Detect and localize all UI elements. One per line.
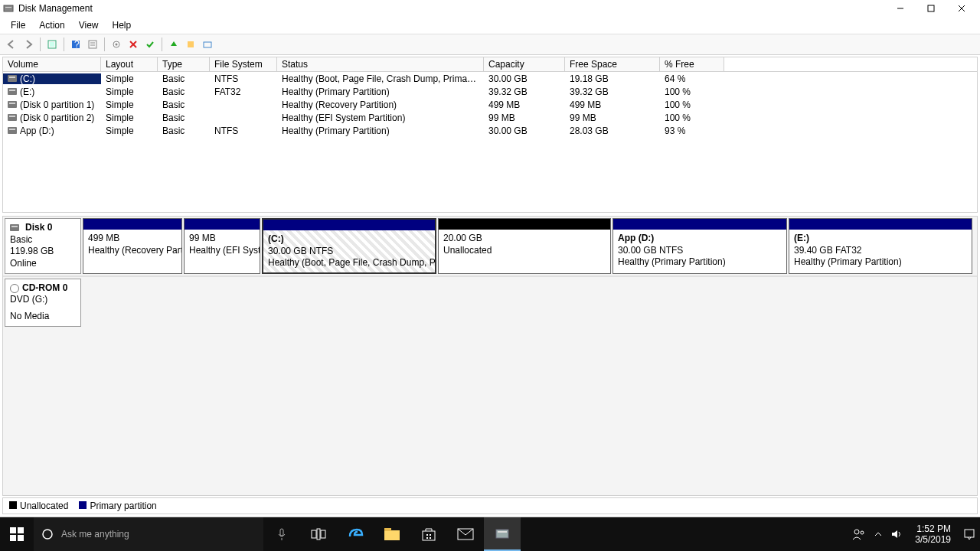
volume-row[interactable]: (C:)SimpleBasicNTFSHealthy (Boot, Page F… xyxy=(3,72,977,85)
svg-rect-19 xyxy=(10,527,16,533)
diskmgmt-taskbar-icon[interactable] xyxy=(484,517,521,551)
cdrom-icon xyxy=(10,284,19,293)
svg-rect-27 xyxy=(321,530,325,538)
col-status[interactable]: Status xyxy=(277,57,484,71)
taskview-icon[interactable] xyxy=(300,517,337,551)
col-type[interactable]: Type xyxy=(158,57,210,71)
svg-rect-3 xyxy=(928,5,934,11)
svg-rect-35 xyxy=(430,537,431,539)
mic-icon[interactable] xyxy=(263,517,300,551)
svg-rect-32 xyxy=(426,534,428,536)
svg-rect-10 xyxy=(89,41,96,48)
disk-graphical-view: Disk 0 Basic 119.98 GB Online 499 MBHeal… xyxy=(2,216,978,496)
partition-block[interactable]: (C:)30.00 GB NTFSHealthy (Boot, Page Fil… xyxy=(262,218,436,274)
window-title: Disk Management xyxy=(18,3,885,14)
svg-point-40 xyxy=(861,531,864,534)
close-button[interactable] xyxy=(946,0,977,17)
col-layout[interactable]: Layout xyxy=(101,57,158,71)
edge-icon[interactable] xyxy=(337,517,374,551)
maximize-button[interactable] xyxy=(916,0,946,17)
search-placeholder: Ask me anything xyxy=(61,529,129,540)
svg-rect-38 xyxy=(498,531,507,533)
svg-point-39 xyxy=(854,530,859,534)
svg-rect-1 xyxy=(5,7,11,8)
svg-point-23 xyxy=(43,530,52,539)
toolbar: ? xyxy=(0,34,980,55)
clock[interactable]: 1:52 PM 3/5/2019 xyxy=(910,523,956,546)
svg-rect-0 xyxy=(4,5,13,11)
action1-icon[interactable] xyxy=(183,37,198,52)
people-icon[interactable] xyxy=(852,527,866,541)
cortana-icon xyxy=(41,528,54,540)
forward-button[interactable] xyxy=(21,37,36,52)
partition-block[interactable]: 20.00 GBUnallocated xyxy=(438,218,611,274)
explorer-icon[interactable] xyxy=(374,517,410,551)
settings-icon[interactable] xyxy=(109,37,124,52)
col-capacity[interactable]: Capacity xyxy=(484,57,565,71)
up-arrow-icon[interactable] xyxy=(166,37,181,52)
legend: Unallocated Primary partition xyxy=(2,497,978,514)
volume-row[interactable]: (Disk 0 partition 2)SimpleBasicHealthy (… xyxy=(3,111,977,124)
svg-rect-20 xyxy=(18,527,24,533)
menu-action[interactable]: Action xyxy=(33,18,70,32)
partition-block[interactable]: 99 MBHealthy (EFI Syst xyxy=(184,218,260,274)
svg-rect-31 xyxy=(423,531,435,540)
svg-rect-24 xyxy=(280,529,283,536)
search-box[interactable]: Ask me anything xyxy=(34,517,263,551)
svg-rect-30 xyxy=(384,528,391,531)
svg-rect-33 xyxy=(430,534,431,536)
disk0-label[interactable]: Disk 0 Basic 119.98 GB Online xyxy=(5,218,81,274)
check-icon[interactable] xyxy=(142,37,158,52)
volume-icon[interactable] xyxy=(890,528,903,540)
mail-icon[interactable] xyxy=(447,517,484,551)
action2-icon[interactable] xyxy=(200,37,215,52)
notifications-icon[interactable] xyxy=(963,528,975,540)
svg-rect-18 xyxy=(204,42,211,47)
menu-view[interactable]: View xyxy=(73,18,105,32)
volume-list[interactable]: Volume Layout Type File System Status Ca… xyxy=(2,57,978,213)
svg-rect-41 xyxy=(965,530,974,537)
minimize-button[interactable] xyxy=(885,0,916,17)
partition-block[interactable]: App (D:)30.00 GB NTFSHealthy (Primary Pa… xyxy=(612,218,787,274)
volume-list-header: Volume Layout Type File System Status Ca… xyxy=(3,57,977,72)
col-pctfree[interactable]: % Free xyxy=(660,57,724,71)
volume-row[interactable]: (E:)SimpleBasicFAT32Healthy (Primary Par… xyxy=(3,85,977,98)
svg-rect-29 xyxy=(384,530,400,540)
volume-row[interactable]: App (D:)SimpleBasicNTFSHealthy (Primary … xyxy=(3,124,977,137)
svg-rect-26 xyxy=(312,530,316,538)
delete-icon[interactable] xyxy=(126,37,141,52)
help-icon[interactable]: ? xyxy=(68,37,83,52)
menu-help[interactable]: Help xyxy=(106,18,138,32)
col-freespace[interactable]: Free Space xyxy=(565,57,660,71)
svg-rect-22 xyxy=(18,535,24,541)
disk-row-cdrom: CD-ROM 0 DVD (G:) No Media xyxy=(3,277,977,328)
disk-management-window: Disk Management File Action View Help ? xyxy=(0,0,980,517)
svg-text:?: ? xyxy=(74,39,80,50)
svg-rect-7 xyxy=(50,42,54,47)
disk-icon xyxy=(10,224,19,231)
svg-rect-37 xyxy=(496,530,508,538)
partition-block[interactable]: 499 MBHealthy (Recovery Parti xyxy=(83,218,182,274)
start-button[interactable] xyxy=(0,517,34,551)
app-icon xyxy=(3,3,14,14)
svg-point-14 xyxy=(116,44,118,46)
legend-unallocated: Unallocated xyxy=(9,500,68,511)
col-filesystem[interactable]: File System xyxy=(210,57,277,71)
back-button[interactable] xyxy=(4,37,19,52)
cdrom-label[interactable]: CD-ROM 0 DVD (G:) No Media xyxy=(5,279,81,327)
legend-primary: Primary partition xyxy=(79,500,156,511)
svg-rect-34 xyxy=(426,537,428,539)
properties-icon[interactable] xyxy=(85,37,100,52)
partition-block[interactable]: (E:)39.40 GB FAT32Healthy (Primary Parti… xyxy=(789,218,972,274)
menu-file[interactable]: File xyxy=(5,18,31,32)
tray-chevron-icon[interactable] xyxy=(874,530,883,539)
store-icon[interactable] xyxy=(410,517,447,551)
volume-row[interactable]: (Disk 0 partition 1)SimpleBasicHealthy (… xyxy=(3,98,977,111)
titlebar[interactable]: Disk Management xyxy=(0,0,980,17)
col-volume[interactable]: Volume xyxy=(3,57,101,71)
refresh-icon[interactable] xyxy=(44,37,60,52)
taskbar: Ask me anything 1:52 PM 3/5/2019 xyxy=(0,517,980,551)
disk-row-disk0: Disk 0 Basic 119.98 GB Online 499 MBHeal… xyxy=(3,217,977,277)
svg-rect-28 xyxy=(317,529,320,540)
svg-rect-21 xyxy=(10,535,16,541)
